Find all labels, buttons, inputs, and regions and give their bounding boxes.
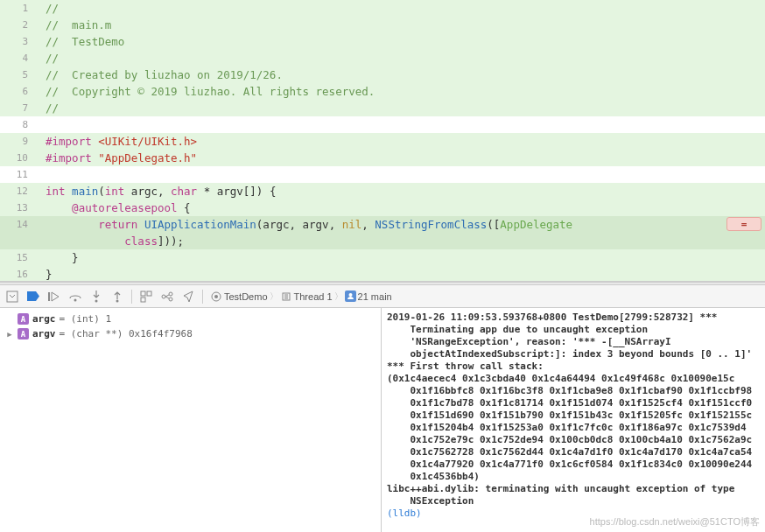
console-line: *** First throw call stack: xyxy=(387,360,760,373)
variable-kind-badge: A xyxy=(18,328,29,340)
code-line[interactable]: 5// Created by liuzhao on 2019/1/26. xyxy=(0,66,765,83)
line-number: 3 xyxy=(0,33,35,50)
code-line[interactable]: 2// main.m xyxy=(0,17,765,33)
debug-view-icon[interactable] xyxy=(139,290,153,304)
code-content: // xyxy=(46,50,59,66)
breadcrumb-frame: 21 main xyxy=(358,291,392,302)
console-line: 0x1c4536bb4) xyxy=(387,471,760,483)
code-line[interactable]: 9#import <UIKit/UIKit.h> xyxy=(0,133,765,150)
line-number xyxy=(0,233,35,249)
line-number: 9 xyxy=(0,133,35,150)
console-line: 0x1c7562728 0x1c7562d44 0x1c4a7d1f0 0x1c… xyxy=(387,446,760,458)
console-line: 2019-01-26 11:09:53.593768+0800 TestDemo… xyxy=(387,312,760,324)
code-line[interactable]: 15 } xyxy=(0,249,765,266)
code-line[interactable]: 4// xyxy=(0,50,765,66)
code-line[interactable]: 6// Copyright © 2019 liuzhao. All rights… xyxy=(0,83,765,100)
frame-icon xyxy=(345,290,356,302)
code-line[interactable]: 8 xyxy=(0,116,765,133)
code-content: #import <UIKit/UIKit.h> xyxy=(46,133,197,150)
chevron-right-icon: 〉 xyxy=(270,290,278,303)
line-number: 4 xyxy=(0,50,35,66)
code-line[interactable]: 11 xyxy=(0,166,765,183)
continue-icon[interactable] xyxy=(47,290,61,304)
console-line: 0x1c752e79c 0x1c752de94 0x100cb0dc8 0x10… xyxy=(387,434,760,446)
console-line: 0x1c4a77920 0x1c4a771f0 0x1c6cf0584 0x1f… xyxy=(387,458,760,471)
console-line: libc++abi.dylib: terminating with uncaug… xyxy=(387,483,760,495)
variable-name: argc xyxy=(32,313,56,325)
line-number: 5 xyxy=(0,66,35,83)
chevron-right-icon: 〉 xyxy=(334,290,343,303)
svg-rect-0 xyxy=(7,291,18,302)
variable-row[interactable]: ▶Aargv = (char **) 0x16f4f7968 xyxy=(5,326,375,341)
step-out-icon[interactable] xyxy=(110,290,124,304)
breadcrumb-thread: Thread 1 xyxy=(294,291,333,302)
console-line: NSException xyxy=(387,495,760,508)
line-number: 10 xyxy=(0,150,35,166)
variable-kind-badge: A xyxy=(18,313,29,325)
console-line: Terminating app due to uncaught exceptio… xyxy=(387,324,760,336)
disclosure-arrow-icon[interactable]: ▶ xyxy=(5,330,14,339)
line-number: 13 xyxy=(0,200,35,216)
svg-rect-6 xyxy=(147,291,151,296)
code-line[interactable]: 1// xyxy=(0,0,765,17)
svg-point-4 xyxy=(116,299,119,302)
code-content: return UIApplicationMain(argc, argv, nil… xyxy=(46,216,572,233)
thread-icon xyxy=(280,290,292,303)
debug-area: TestDemo 〉 Thread 1 〉 21 main Aargc = (i… xyxy=(0,285,765,532)
svg-point-8 xyxy=(162,295,165,298)
hide-debug-icon[interactable] xyxy=(5,290,19,304)
code-line[interactable]: 14 return UIApplicationMain(argc, argv, … xyxy=(0,216,765,233)
svg-point-12 xyxy=(214,295,218,298)
line-number: 14 xyxy=(0,216,35,233)
step-into-icon[interactable] xyxy=(89,290,103,304)
code-line[interactable]: 12int main(int argc, char * argv[]) { xyxy=(0,183,765,200)
code-line[interactable]: 13 @autoreleasepool { xyxy=(0,200,765,216)
debug-toolbar: TestDemo 〉 Thread 1 〉 21 main xyxy=(0,285,765,308)
line-number: 16 xyxy=(0,266,35,282)
line-number: 7 xyxy=(0,100,35,116)
line-number: 2 xyxy=(0,17,35,33)
location-icon[interactable] xyxy=(181,290,195,304)
svg-rect-7 xyxy=(141,298,145,302)
code-content: } xyxy=(46,266,53,282)
code-content: @autoreleasepool { xyxy=(46,200,191,216)
breakpoint-toggle-icon[interactable] xyxy=(26,290,40,304)
code-line[interactable]: 16} xyxy=(0,266,765,282)
code-content: } xyxy=(46,249,79,266)
memory-graph-icon[interactable] xyxy=(160,290,174,304)
error-badge[interactable]: = xyxy=(726,217,761,231)
step-over-icon[interactable] xyxy=(68,290,82,304)
code-content: // Created by liuzhao on 2019/1/26. xyxy=(46,66,283,83)
variable-value: = (char **) 0x16f4f7968 xyxy=(60,328,193,340)
debug-breadcrumb[interactable]: TestDemo 〉 Thread 1 〉 21 main xyxy=(210,290,392,303)
line-number: 1 xyxy=(0,0,35,17)
line-number: 15 xyxy=(0,249,35,266)
console-line: 0x1f151d690 0x1f151b790 0x1f151b43c 0x1f… xyxy=(387,410,760,422)
code-content: // Copyright © 2019 liuzhao. All rights … xyxy=(46,83,375,100)
code-editor[interactable]: 1//2// main.m3// TestDemo4//5// Created … xyxy=(0,0,765,282)
line-number: 11 xyxy=(0,166,35,183)
svg-rect-1 xyxy=(48,292,50,301)
code-line[interactable]: 10#import "AppDelegate.h" xyxy=(0,150,765,166)
code-line[interactable]: 7// xyxy=(0,100,765,116)
svg-point-9 xyxy=(169,292,172,296)
code-line[interactable]: 3// TestDemo xyxy=(0,33,765,50)
variables-panel[interactable]: Aargc = (int) 1▶Aargv = (char **) 0x16f4… xyxy=(0,308,382,532)
svg-rect-5 xyxy=(141,291,145,296)
code-content: #import "AppDelegate.h" xyxy=(46,150,197,166)
svg-point-3 xyxy=(95,299,98,302)
console-line: 'NSRangeException', reason: '*** -[__NSA… xyxy=(387,336,760,348)
watermark: https://blog.csdn.net/weixi@51CTO博客 xyxy=(590,515,760,528)
code-content: class])); xyxy=(46,233,184,249)
svg-point-10 xyxy=(169,298,172,301)
breadcrumb-app: TestDemo xyxy=(224,291,268,302)
console-line: objectAtIndexedSubscript:]: index 3 beyo… xyxy=(387,348,760,360)
console-line: (0x1c4aecec4 0x1c3cbda40 0x1c4a64494 0x1… xyxy=(387,373,760,385)
code-line[interactable]: class])); xyxy=(0,233,765,249)
svg-point-2 xyxy=(74,298,77,301)
variable-value: = (int) 1 xyxy=(60,313,112,325)
code-content: // TestDemo xyxy=(46,33,124,50)
line-number: 6 xyxy=(0,83,35,100)
variable-row[interactable]: Aargc = (int) 1 xyxy=(5,312,375,326)
console-output[interactable]: 2019-01-26 11:09:53.593768+0800 TestDemo… xyxy=(382,308,765,532)
